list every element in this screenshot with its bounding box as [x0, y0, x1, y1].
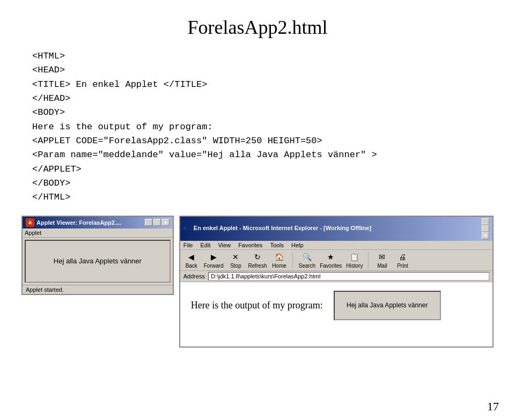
ie-content-area: Here is the output of my program: Hej al…	[180, 282, 492, 347]
history-label: History	[346, 263, 363, 269]
code-block: <HTML> <HEAD> <TITLE> En enkel Applet </…	[32, 49, 494, 205]
applet-viewer-window: a Applet Viewer: ForelasApp2.... _ □ ✕ A…	[21, 216, 174, 295]
stop-label: Stop	[230, 263, 241, 269]
forward-label: Forward	[204, 263, 224, 269]
ie-title-text: e En enkel Applet - Microsoft Internet E…	[183, 224, 371, 233]
back-label: Back	[186, 263, 197, 269]
history-button[interactable]: 📋 History	[346, 252, 363, 269]
minimize-button[interactable]: _	[145, 219, 152, 226]
slide: ForelasApp2.html <HTML> <HEAD> <TITLE> E…	[0, 0, 515, 420]
ie-toolbar: ◀ Back ▶ Forward ✕ Stop ↻ Refresh 🏠 H	[180, 250, 492, 271]
ie-maximize-button[interactable]: □	[482, 225, 489, 232]
applet-viewer-titlebar: a Applet Viewer: ForelasApp2.... _ □ ✕	[23, 217, 173, 229]
code-line-7: <APPLET CODE="ForelasApp2.class" WIDTH=2…	[32, 134, 494, 148]
stop-icon: ✕	[230, 252, 241, 262]
page-number: 17	[487, 400, 499, 414]
menu-view[interactable]: View	[218, 242, 231, 248]
code-line-5: <BODY>	[32, 106, 494, 120]
applet-viewer-title-text: Applet Viewer: ForelasApp2....	[36, 219, 121, 226]
favorites-label: Favorites	[320, 263, 342, 269]
menu-help[interactable]: Help	[291, 242, 304, 248]
search-label: Search	[298, 263, 315, 269]
mail-button[interactable]: ✉ Mail	[374, 252, 390, 269]
code-line-10: </BODY>	[32, 176, 494, 190]
applet-viewer-title: a Applet Viewer: ForelasApp2....	[26, 218, 121, 227]
close-button[interactable]: ✕	[162, 219, 170, 226]
ie-window-title: En enkel Applet - Microsoft Internet Exp…	[194, 225, 371, 231]
address-label: Address	[183, 273, 205, 279]
refresh-button[interactable]: ↻ Refresh	[248, 252, 267, 269]
mail-label: Mail	[377, 263, 387, 269]
history-icon: 📋	[349, 252, 360, 262]
print-label: Print	[397, 263, 408, 269]
menu-file[interactable]: File	[183, 242, 193, 248]
ie-applet-box: Hej alla Java Applets vänner	[334, 291, 441, 320]
ie-applet-text: Hej alla Java Applets vänner	[347, 301, 428, 309]
screenshots-area: a Applet Viewer: ForelasApp2.... _ □ ✕ A…	[21, 216, 494, 348]
applet-viewer-controls: _ □ ✕	[145, 219, 170, 226]
favorites-icon: ★	[325, 252, 337, 262]
content-row: Here is the output of my program: Hej al…	[191, 291, 482, 320]
applet-display-area: Hej alla Java Applets vänner	[25, 240, 171, 283]
code-line-3: <TITLE> En enkel Applet </TITLE>	[32, 78, 494, 92]
applet-menu-item[interactable]: Applet	[25, 230, 41, 236]
ie-minimize-button[interactable]: _	[482, 218, 489, 225]
refresh-label: Refresh	[248, 263, 267, 269]
menu-edit[interactable]: Edit	[201, 242, 211, 248]
search-button[interactable]: 🔍 Search	[298, 252, 315, 269]
back-button[interactable]: ◀ Back	[183, 252, 200, 269]
applet-output-text: Hej alla Java Applets vänner	[54, 257, 142, 265]
print-icon: 🖨	[396, 252, 408, 262]
address-value: D:\jdk1.1.8\applets\kurs\ForelasApp2.htm…	[211, 273, 320, 279]
applet-viewer-menubar: Applet	[23, 229, 173, 238]
back-icon: ◀	[186, 252, 197, 262]
ie-address-bar: Address D:\jdk1.1.8\applets\kurs\Forelas…	[180, 271, 492, 282]
menu-tools[interactable]: Tools	[270, 242, 284, 248]
applet-icon: a	[26, 218, 34, 227]
ie-menubar: File Edit View Favorites Tools Help	[180, 241, 492, 250]
code-line-9: </APPLET>	[32, 163, 494, 176]
ie-controls: _ □ ✕	[482, 218, 489, 239]
home-label: Home	[272, 263, 286, 269]
menu-favorites[interactable]: Favorites	[238, 242, 262, 248]
toolbar-divider-1	[292, 252, 293, 268]
forward-button[interactable]: ▶ Forward	[204, 252, 224, 269]
mail-icon: ✉	[376, 252, 388, 262]
code-line-8: <Param name="meddelande" value="Hej alla…	[32, 148, 494, 162]
ie-icon: e	[183, 224, 192, 233]
search-icon: 🔍	[301, 252, 313, 262]
applet-status-text: Applet started.	[26, 286, 64, 293]
code-line-11: </HTML>	[32, 190, 494, 204]
applet-viewer-statusbar: Applet started.	[23, 285, 173, 294]
address-input[interactable]: D:\jdk1.1.8\applets\kurs\ForelasApp2.htm…	[208, 272, 489, 281]
maximize-button[interactable]: □	[153, 219, 161, 226]
favorites-button[interactable]: ★ Favorites	[320, 252, 342, 269]
home-button[interactable]: 🏠 Home	[271, 252, 287, 269]
home-icon: 🏠	[273, 252, 285, 262]
stop-button[interactable]: ✕ Stop	[227, 252, 244, 269]
refresh-icon: ↻	[252, 252, 263, 262]
ie-titlebar: e En enkel Applet - Microsoft Internet E…	[180, 217, 492, 241]
code-line-2: <HEAD>	[32, 63, 494, 77]
print-button[interactable]: 🖨 Print	[394, 252, 410, 269]
ie-content-text: Here is the output of my program:	[191, 300, 323, 311]
forward-icon: ▶	[208, 252, 219, 262]
toolbar-divider-2	[368, 252, 369, 268]
code-line-6: Here is the output of my program:	[32, 120, 494, 134]
slide-title: ForelasApp2.html	[21, 16, 494, 39]
code-line-4: </HEAD>	[32, 92, 494, 106]
code-line-1: <HTML>	[32, 49, 494, 63]
ie-close-button[interactable]: ✕	[482, 232, 489, 239]
ie-window: e En enkel Applet - Microsoft Internet E…	[179, 216, 494, 348]
